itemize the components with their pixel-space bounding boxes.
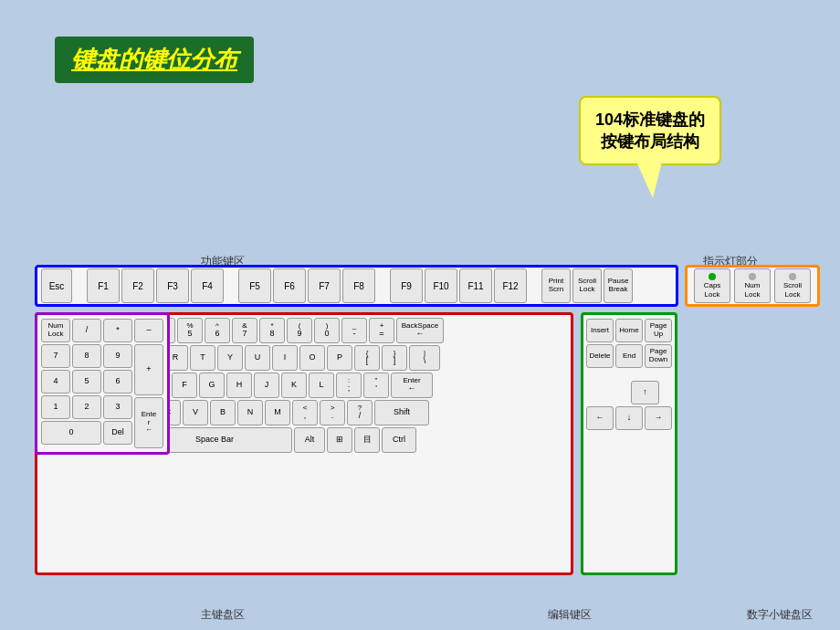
main-key-shift[interactable]: Shift bbox=[374, 400, 429, 425]
edit-key-right[interactable]: → bbox=[645, 406, 672, 430]
main-key-⊞[interactable]: ⊞ bbox=[327, 427, 352, 453]
main-key-b[interactable]: B bbox=[210, 400, 236, 425]
main-key-v[interactable]: V bbox=[183, 400, 208, 425]
main-key-t[interactable]: T bbox=[190, 345, 215, 371]
main-key-.[interactable]: >. bbox=[320, 400, 345, 425]
numpad-key-0[interactable]: 0 bbox=[41, 421, 101, 445]
function-row: EscF1F2F3F4F5F6F7F8F9F10F11F12PrintScrnS… bbox=[35, 265, 678, 307]
main-key-alt[interactable]: Alt bbox=[294, 427, 325, 453]
edit-key-page[interactable]: PageDown bbox=[645, 344, 672, 368]
main-key-m[interactable]: M bbox=[265, 400, 290, 425]
edit-key-end[interactable]: End bbox=[615, 344, 643, 368]
edit-key-up[interactable]: ↑ bbox=[631, 381, 659, 404]
func-key-PauseBreak[interactable]: PauseBreak bbox=[604, 268, 633, 303]
edit-key-home[interactable]: Home bbox=[615, 319, 643, 342]
indicator-caps-lock: CapsLock bbox=[694, 268, 730, 303]
numpad-keys: NumLock/*–7894561230Del+Enter← bbox=[35, 312, 170, 455]
func-key-F8[interactable]: F8 bbox=[342, 268, 375, 303]
numpad-key-plus[interactable]: + bbox=[134, 344, 163, 395]
func-key-F10[interactable]: F10 bbox=[425, 268, 457, 303]
numpad-key-numlock[interactable]: NumLock bbox=[41, 319, 70, 342]
func-key-F6[interactable]: F6 bbox=[273, 268, 306, 303]
main-key-←[interactable]: BackSpace← bbox=[396, 318, 444, 343]
main-key-8[interactable]: *8 bbox=[259, 318, 285, 343]
edit-keys: InsertHomePageUpDeleteEndPageDown↑←↓→ bbox=[581, 312, 677, 575]
main-key-u[interactable]: U bbox=[245, 345, 270, 371]
main-key-ctrl[interactable]: Ctrl bbox=[382, 427, 416, 453]
numpad-key-8[interactable]: 8 bbox=[72, 344, 101, 368]
main-key-;[interactable]: :; bbox=[336, 373, 362, 398]
func-key-F1[interactable]: F1 bbox=[87, 268, 120, 303]
func-key-F12[interactable]: F12 bbox=[494, 268, 527, 303]
keyboard-wrap: EscF1F2F3F4F5F6F7F8F9F10F11F12PrintScrnS… bbox=[35, 265, 820, 575]
main-key-n[interactable]: N bbox=[237, 400, 263, 425]
callout-tail bbox=[636, 162, 662, 198]
edit-key-left[interactable]: ← bbox=[586, 406, 614, 430]
numpad-middle: 7894561230Del+Enter← bbox=[41, 344, 163, 448]
title-box: 键盘的键位分布 bbox=[55, 37, 254, 83]
callout-box: 104标准键盘的 按键布局结构 bbox=[579, 96, 721, 165]
main-key-h[interactable]: H bbox=[226, 373, 252, 398]
numpad-key-–[interactable]: – bbox=[134, 319, 163, 342]
numpad-key-2[interactable]: 2 bbox=[72, 395, 101, 419]
func-key-ScrollLock[interactable]: ScrollLock bbox=[572, 268, 602, 303]
func-key-F4[interactable]: F4 bbox=[191, 268, 224, 303]
main-key-0[interactable]: )0 bbox=[314, 318, 340, 343]
main-key-\[interactable]: |\ bbox=[409, 345, 440, 371]
edit-key-delete[interactable]: Delete bbox=[586, 344, 614, 368]
func-key-F5[interactable]: F5 bbox=[238, 268, 271, 303]
main-key-/[interactable]: ?/ bbox=[347, 400, 373, 425]
numpad-key-3[interactable]: 3 bbox=[103, 395, 132, 419]
func-key-F3[interactable]: F3 bbox=[156, 268, 189, 303]
main-key-i[interactable]: I bbox=[272, 345, 298, 371]
func-key-F7[interactable]: F7 bbox=[308, 268, 341, 303]
main-key-目[interactable]: 目 bbox=[354, 427, 380, 453]
numpad-key-9[interactable]: 9 bbox=[103, 344, 132, 368]
indicator-scroll-lock: ScrollLock bbox=[774, 268, 811, 303]
numpad-key-6[interactable]: 6 bbox=[103, 370, 132, 394]
indicator-section: CapsLockNumLockScrollLock bbox=[685, 265, 820, 307]
main-key-7[interactable]: &7 bbox=[232, 318, 257, 343]
numpad-key-enter[interactable]: Enter← bbox=[134, 397, 163, 448]
label-edit-area: 编辑键区 bbox=[548, 607, 592, 623]
main-key-[[interactable]: {[ bbox=[354, 345, 380, 371]
main-key-g[interactable]: G bbox=[199, 373, 225, 398]
func-key-F2[interactable]: F2 bbox=[121, 268, 154, 303]
numpad-key-7[interactable]: 7 bbox=[41, 344, 70, 368]
key-gap bbox=[529, 268, 540, 303]
func-key-PrintScrn[interactable]: PrintScrn bbox=[541, 268, 571, 303]
main-key-,[interactable]: <, bbox=[292, 400, 318, 425]
key-gap bbox=[377, 268, 388, 303]
main-key-f[interactable]: F bbox=[172, 373, 197, 398]
page-title: 键盘的键位分布 bbox=[71, 46, 237, 73]
key-gap bbox=[226, 268, 236, 303]
main-key-←[interactable]: Enter← bbox=[391, 373, 433, 398]
main-key-'[interactable]: "' bbox=[363, 373, 389, 398]
edit-key-down[interactable]: ↓ bbox=[615, 406, 643, 430]
func-key-Esc[interactable]: Esc bbox=[41, 268, 72, 303]
main-key-5[interactable]: %5 bbox=[177, 318, 203, 343]
edit-key-page[interactable]: PageUp bbox=[645, 319, 672, 342]
main-key-l[interactable]: L bbox=[309, 373, 334, 398]
main-key-o[interactable]: O bbox=[299, 345, 325, 371]
main-key-k[interactable]: K bbox=[281, 373, 307, 398]
numpad-key-/[interactable]: / bbox=[72, 319, 101, 342]
numpad-key-5[interactable]: 5 bbox=[72, 370, 101, 394]
edit-key-insert[interactable]: Insert bbox=[586, 319, 614, 342]
func-key-F9[interactable]: F9 bbox=[390, 268, 423, 303]
numpad-key-*[interactable]: * bbox=[103, 319, 132, 342]
main-key-y[interactable]: Y bbox=[217, 345, 243, 371]
numpad-key-4[interactable]: 4 bbox=[41, 370, 70, 394]
main-key-j[interactable]: J bbox=[254, 373, 279, 398]
label-numpad-area: 数字小键盘区 bbox=[747, 607, 813, 623]
main-key-][interactable]: }] bbox=[382, 345, 407, 371]
main-key-=[interactable]: += bbox=[369, 318, 394, 343]
func-key-F11[interactable]: F11 bbox=[459, 268, 492, 303]
main-key-9[interactable]: (9 bbox=[287, 318, 312, 343]
callout-line1: 104标准键盘的 bbox=[595, 109, 705, 131]
numpad-key-del[interactable]: Del bbox=[103, 421, 132, 445]
main-key-6[interactable]: ^6 bbox=[205, 318, 230, 343]
main-key--[interactable]: _- bbox=[341, 318, 367, 343]
main-key-p[interactable]: P bbox=[327, 345, 352, 371]
numpad-key-1[interactable]: 1 bbox=[41, 395, 70, 419]
